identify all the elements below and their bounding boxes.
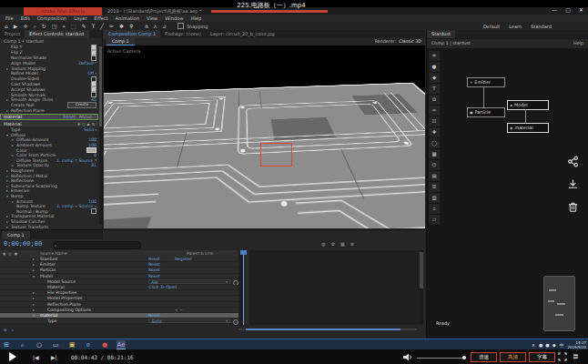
timeline-track-area[interactable] (238, 250, 420, 325)
tray-chevron-icon[interactable]: ∧ (532, 342, 535, 348)
reset-link[interactable]: Reset (148, 257, 160, 262)
workspace-link[interactable]: Default (483, 24, 500, 29)
node-tool-icon[interactable]: ▱ (429, 215, 440, 225)
menu-item[interactable]: Help (191, 15, 202, 22)
expand-arrow-icon[interactable]: ▸ (33, 308, 35, 313)
timeline-property-row[interactable]: Type Solid▾ (0, 318, 238, 324)
timeline-bottom-icon[interactable]: ⌕ (12, 328, 15, 332)
timeline-option-icon[interactable]: ◍ (321, 241, 325, 247)
taskbar-app-icon[interactable]: ⊞ (2, 340, 11, 349)
scrollbar[interactable] (99, 45, 102, 225)
menu-item[interactable]: Edit (21, 15, 30, 22)
tool-icon[interactable]: ⚲ (129, 22, 133, 30)
node-emitter[interactable]: ✳ Emitter (467, 77, 505, 87)
layer-switch-icon[interactable]: ◉ (3, 251, 5, 256)
axis-mode-icon[interactable]: ⋔ (144, 23, 148, 29)
material-preview-icon[interactable]: ◻ (82, 122, 85, 126)
node-tool-icon[interactable]: T (429, 84, 440, 94)
selected-effect-header[interactable]: material Reset About.. (0, 114, 98, 120)
property-value[interactable]: 100 (88, 199, 96, 204)
property-value-dropdown[interactable]: Click To Open▾ (148, 285, 177, 290)
node-model[interactable]: ◈ Model (507, 100, 549, 110)
property-checkbox[interactable] (91, 208, 96, 214)
speed-button[interactable]: 倍速 (471, 352, 497, 362)
tab-effect-controls[interactable]: Effect Controls: stardust (25, 30, 88, 38)
tab-timeline-comp[interactable]: Comp 1 (2, 231, 30, 239)
property-button[interactable]: Create (67, 102, 96, 108)
tab-footage[interactable]: Footage: (none) (160, 30, 206, 38)
node-material[interactable]: ◉ material (507, 123, 549, 133)
taskbar-app-icon[interactable]: e (84, 340, 93, 349)
expand-arrow-icon[interactable]: ▾ (33, 313, 35, 318)
timeline-timecode[interactable]: 0;00;00;00 (4, 240, 42, 248)
timeline-option-icon[interactable]: ▦ (340, 241, 345, 247)
tool-icon[interactable]: ✱ (119, 22, 124, 30)
property-dropdown[interactable]: Solid▾ (84, 127, 96, 132)
breadcrumb-comp[interactable]: Comp 1 (431, 41, 449, 46)
effect-reset-link[interactable]: Reset (63, 115, 75, 119)
property-value-dropdown[interactable]: Solid▾ (148, 318, 230, 323)
material-preview-icon[interactable]: ❋ (77, 122, 80, 126)
source-name-column[interactable]: Source Name (40, 250, 66, 257)
tool-icon[interactable]: ╱ (100, 22, 104, 30)
menu-item[interactable]: Layer (74, 15, 86, 22)
tool-icon[interactable]: ⌕ (33, 22, 35, 30)
maximize-icon[interactable]: ▢ (565, 6, 571, 13)
node-tool-icon[interactable]: ▦ (429, 149, 440, 159)
expand-arrow-icon[interactable]: ▸ (33, 290, 35, 296)
texture-dropdowns[interactable]: 1. comp▾Source▾ (56, 158, 96, 163)
tool-icon[interactable]: ✎ (82, 22, 86, 30)
download-icon[interactable] (567, 178, 579, 190)
node-tool-icon[interactable]: ⌬ (429, 160, 440, 170)
taskbar-app-icon[interactable]: ⌕ (18, 340, 27, 349)
taskbar-app-icon[interactable]: ○ (35, 340, 44, 349)
node-tool-icon[interactable]: ☰ (429, 182, 440, 192)
effect-about-link[interactable]: About.. (79, 115, 95, 119)
node-canvas[interactable]: ✳●◆T⧉≈☷✚◯▦⌬▤☰▥⌗▱ ✳ Emitter ● Particle ◈ … (427, 48, 588, 339)
taskbar-clock[interactable]: 14:27 2019/9/20 (567, 340, 586, 349)
previous-icon[interactable]: |◀ (33, 354, 39, 360)
close-icon[interactable]: ✕ (579, 6, 583, 13)
reset-link[interactable]: Reset (148, 274, 160, 279)
node-tool-icon[interactable]: ◆ (429, 73, 440, 83)
layer-switch-icon[interactable]: ● (15, 251, 17, 256)
layer-switch-icon[interactable]: ◎ (8, 251, 11, 256)
extra-link[interactable]: Register (175, 257, 192, 262)
property-dropdown[interactable]: Default▾ (78, 61, 96, 66)
property-checkbox[interactable] (91, 56, 96, 61)
tab-stardust[interactable]: Stardust (427, 30, 455, 38)
current-time-indicator[interactable] (243, 250, 244, 325)
menu-item[interactable]: View (147, 15, 157, 22)
effect-property-row[interactable]: ▸ Reflection Plane ▾ ▾▾ (0, 108, 98, 114)
property-value[interactable]: 81 (91, 163, 96, 167)
expand-arrow-icon[interactable]: ▸ (33, 268, 35, 273)
parent-link-column[interactable]: Parent & Link (187, 250, 213, 257)
expand-arrow-icon[interactable]: ▸ (33, 296, 35, 301)
timeline-option-icon[interactable]: ≣ (350, 241, 354, 247)
expand-arrow-icon[interactable]: ▸ (33, 257, 35, 262)
minimize-icon[interactable]: — (552, 6, 557, 13)
fullscreen-icon[interactable] (558, 352, 567, 361)
tray-icon[interactable]: ● (539, 342, 542, 348)
quality-button[interactable]: 高清 (500, 352, 526, 362)
timeline-bottom-icon[interactable]: ≣ (4, 328, 7, 332)
material-preview-icon[interactable]: ⇅ (92, 122, 95, 126)
workspace-link[interactable]: Standard (531, 24, 552, 29)
reset-link[interactable]: Reset (148, 313, 160, 318)
property-checkbox[interactable] (91, 92, 96, 97)
comp-viewer-tab[interactable]: Comp 1 (106, 38, 135, 46)
axis-mode-icon[interactable]: ⊿ (162, 23, 167, 29)
volume-icon[interactable] (403, 353, 413, 361)
tray-icon[interactable]: ● (545, 342, 549, 348)
node-tool-icon[interactable]: ✳ (429, 51, 440, 61)
volume-slider-handle[interactable] (462, 356, 466, 359)
snapping-checkbox[interactable] (177, 23, 184, 29)
tool-icon[interactable]: ↻ (42, 22, 46, 30)
menu-item[interactable]: Effect (95, 15, 108, 22)
trash-icon[interactable] (567, 201, 579, 213)
tray-icon[interactable]: ◆ (553, 342, 556, 348)
tool-icon[interactable]: T (92, 22, 96, 30)
taskbar-app-icon[interactable]: ▣ (67, 340, 76, 349)
extra-link[interactable]: + − (175, 308, 183, 313)
ime-indicator[interactable]: 中 (559, 342, 563, 348)
